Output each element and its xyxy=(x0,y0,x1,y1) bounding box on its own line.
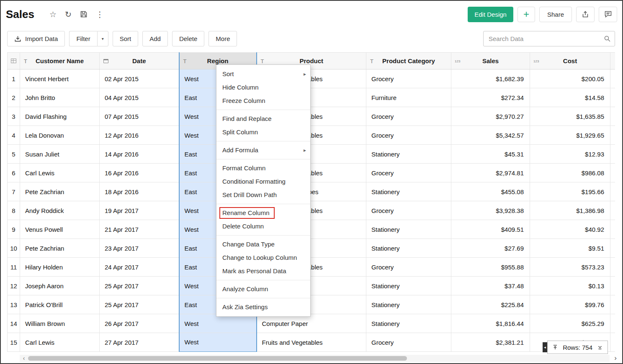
sales-cell[interactable]: $27.69 xyxy=(451,239,530,258)
row-number[interactable]: 4 xyxy=(8,126,20,145)
region-cell[interactable]: West xyxy=(179,314,257,333)
cost-cell[interactable]: $40.92 xyxy=(530,220,610,239)
customer-cell[interactable]: David Flashing xyxy=(20,107,100,126)
import-data-button[interactable]: Import Data xyxy=(7,31,65,46)
row-number[interactable]: 2 xyxy=(8,88,20,107)
cost-cell[interactable]: $14.58 xyxy=(530,88,610,107)
date-cell[interactable]: 23 Apr 2017 xyxy=(100,239,179,258)
category-cell[interactable]: Grocery xyxy=(366,333,451,352)
customer-cell[interactable]: Andy Roddick xyxy=(20,201,100,220)
comments-button[interactable] xyxy=(599,7,617,22)
date-cell[interactable]: 25 Apr 2017 xyxy=(100,277,179,295)
row-number[interactable]: 6 xyxy=(8,164,20,182)
delete-button[interactable]: Delete xyxy=(172,31,204,46)
sales-cell[interactable]: $955.88 xyxy=(451,258,530,277)
customer-cell[interactable]: Pete Zachrian xyxy=(20,239,100,258)
share-button[interactable]: Share xyxy=(539,7,572,22)
more-options-icon[interactable]: ⋮ xyxy=(96,10,104,18)
menu-item-delete-column[interactable]: Delete Column xyxy=(216,220,310,233)
column-header-product-category[interactable]: TProduct Category xyxy=(366,53,451,69)
date-cell[interactable]: 24 Apr 2017 xyxy=(100,258,179,277)
menu-item-hide-column[interactable]: Hide Column xyxy=(216,81,310,94)
sales-cell[interactable]: $2,974.81 xyxy=(451,164,530,182)
column-header-sales[interactable]: 123Sales xyxy=(451,53,530,69)
menu-item-ask-zia-settings[interactable]: Ask Zia Settings xyxy=(216,300,310,314)
customer-cell[interactable]: Hilary Holden xyxy=(20,258,100,277)
category-cell[interactable]: Stationery xyxy=(366,182,451,201)
menu-item-find-and-replace[interactable]: Find and Replace xyxy=(216,112,310,126)
menu-item-rename-column[interactable]: Rename Column xyxy=(216,206,310,220)
category-cell[interactable]: Grocery xyxy=(366,69,451,88)
cost-cell[interactable]: $12.93 xyxy=(530,145,610,164)
search-input[interactable] xyxy=(483,31,615,46)
sales-cell[interactable]: $45.31 xyxy=(451,145,530,164)
sales-cell[interactable]: $2,381.21 xyxy=(451,333,530,352)
date-cell[interactable]: 12 Apr 2016 xyxy=(100,126,179,145)
refresh-icon[interactable]: ↻ xyxy=(65,10,72,18)
category-cell[interactable]: Stationery xyxy=(366,145,451,164)
sales-cell[interactable]: $1,816.44 xyxy=(451,314,530,333)
category-cell[interactable]: Grocery xyxy=(366,107,451,126)
menu-item-format-column[interactable]: Format Column xyxy=(216,161,310,175)
cost-cell[interactable]: $1,386.98 xyxy=(530,201,610,220)
scroll-right-icon[interactable]: › xyxy=(612,355,619,362)
row-number[interactable]: 8 xyxy=(8,201,20,220)
product-cell[interactable]: Computer Paper xyxy=(257,314,366,333)
column-header-customer-name[interactable]: TCustomer Name xyxy=(20,53,100,69)
scroll-left-icon[interactable]: ‹ xyxy=(21,355,27,362)
customer-cell[interactable]: Susan Juliet xyxy=(20,145,100,164)
jump-first-row-icon[interactable] xyxy=(552,344,558,350)
category-cell[interactable]: Stationery xyxy=(366,239,451,258)
menu-item-conditional-formatting[interactable]: Conditional Formatting xyxy=(216,175,310,188)
select-all-header[interactable] xyxy=(8,53,20,69)
customer-cell[interactable]: Pete Zachrian xyxy=(20,182,100,201)
menu-item-mark-as-personal-data[interactable]: Mark as Personal Data xyxy=(216,264,310,278)
sales-cell[interactable]: $1,682.39 xyxy=(451,69,530,88)
menu-item-add-formula[interactable]: Add Formula▸ xyxy=(216,144,310,157)
cost-cell[interactable]: $99.76 xyxy=(530,295,610,314)
sales-cell[interactable]: $2,970.27 xyxy=(451,107,530,126)
row-number[interactable]: 1 xyxy=(8,69,20,88)
sales-cell[interactable]: $5,342.57 xyxy=(451,126,530,145)
customer-cell[interactable]: Vincent Herbert xyxy=(20,69,100,88)
row-number[interactable]: 10 xyxy=(8,239,20,258)
menu-item-set-drill-down-path[interactable]: Set Drill Down Path xyxy=(216,188,310,202)
customer-cell[interactable]: John Britto xyxy=(20,88,100,107)
category-cell[interactable]: Grocery xyxy=(366,164,451,182)
menu-item-change-to-lookup-column[interactable]: Change to Lookup Column xyxy=(216,251,310,264)
date-cell[interactable]: 26 Apr 2017 xyxy=(100,314,179,333)
cost-cell[interactable]: $0.13 xyxy=(530,277,610,295)
menu-item-freeze-column[interactable]: Freeze Column xyxy=(216,94,310,108)
row-number[interactable]: 11 xyxy=(8,258,20,277)
date-cell[interactable]: 18 Apr 2016 xyxy=(100,182,179,201)
region-cell[interactable]: West xyxy=(179,333,257,352)
date-cell[interactable]: 21 Apr 2017 xyxy=(100,220,179,239)
category-cell[interactable]: Stationery xyxy=(366,220,451,239)
category-cell[interactable]: Stationery xyxy=(366,295,451,314)
date-cell[interactable]: 02 Apr 2015 xyxy=(100,69,179,88)
sales-cell[interactable]: $409.51 xyxy=(451,220,530,239)
category-cell[interactable]: Grocery xyxy=(366,126,451,145)
row-number[interactable]: 9 xyxy=(8,220,20,239)
row-number[interactable]: 15 xyxy=(8,333,20,352)
sales-cell[interactable]: $272.34 xyxy=(451,88,530,107)
filter-button[interactable]: Filter xyxy=(69,31,97,46)
customer-cell[interactable]: William Brown xyxy=(20,314,100,333)
save-icon[interactable] xyxy=(80,10,88,18)
column-header-cost[interactable]: 123Cost xyxy=(530,53,610,69)
export-button[interactable] xyxy=(576,7,595,22)
date-cell[interactable]: 27 Apr 2017 xyxy=(100,333,179,352)
row-number[interactable]: 7 xyxy=(8,182,20,201)
cost-cell[interactable]: $1,635.85 xyxy=(530,107,610,126)
sort-button[interactable]: Sort xyxy=(113,31,139,46)
add-button[interactable]: Add xyxy=(142,31,168,46)
date-cell[interactable]: 07 Apr 2015 xyxy=(100,107,179,126)
row-number[interactable]: 12 xyxy=(8,277,20,295)
date-cell[interactable]: 14 Apr 2016 xyxy=(100,145,179,164)
collapse-pager-icon[interactable]: ◂ xyxy=(543,342,547,352)
customer-cell[interactable]: Patrick O'Brill xyxy=(20,295,100,314)
menu-item-change-data-type[interactable]: Change Data Type xyxy=(216,238,310,251)
date-cell[interactable]: 19 Apr 2017 xyxy=(100,201,179,220)
add-new-button[interactable]: + xyxy=(517,7,535,22)
product-cell[interactable]: Fruits and Vegetables xyxy=(257,333,366,352)
